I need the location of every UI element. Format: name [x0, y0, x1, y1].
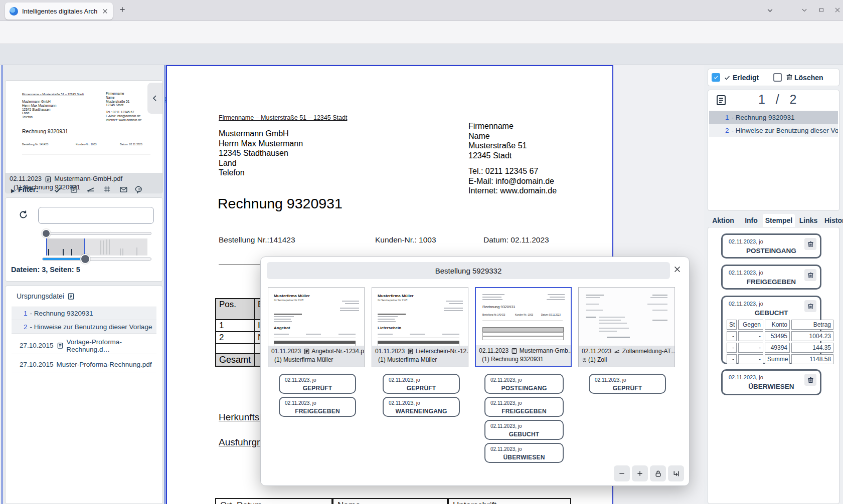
close-tab-icon[interactable]: [102, 8, 108, 15]
doc-sig-name: Name: [332, 498, 448, 504]
doc-export-label: Ausfuhrgru: [219, 437, 265, 448]
stamp-date: 02.11.2023, jo: [595, 377, 626, 383]
alarm-icon: [582, 357, 587, 363]
doc-company-block: FirmennameNameMusterstraße 5112345 Stadt: [468, 121, 527, 160]
document-icon: [67, 293, 75, 300]
page-title: - Hinweise zur Benutzung dieser Vo…: [732, 127, 838, 134]
stamp-label: GEPRÜFT: [280, 385, 355, 392]
filter-document-icon[interactable]: [70, 185, 78, 193]
left-splitter[interactable]: [2, 65, 3, 504]
stamp-date: 02.11.2023, jo: [285, 400, 316, 406]
document-icon: [45, 176, 52, 183]
stamp-label: FREIGEGEBEN: [280, 408, 355, 415]
page-title: - Rechnung 9320931: [732, 114, 795, 121]
tab-list-chevron-icon[interactable]: [766, 7, 774, 14]
doc-order-no: Bestellung Nr.:141423: [219, 235, 295, 244]
mini-sender-line: Firmenname – Musterstraße 51 – 12345 Sta…: [22, 93, 84, 96]
delete-checkbox[interactable]: [773, 73, 782, 82]
page-row-1[interactable]: 1 - Rechnung 9320931: [709, 111, 838, 124]
page-range-track-end[interactable]: [42, 258, 151, 261]
collapse-panel-icon[interactable]: [147, 83, 162, 114]
pager-indicator: 1 / 2: [758, 92, 796, 107]
filter-scanner-icon[interactable]: [86, 185, 95, 194]
tab-historie[interactable]: Historie: [822, 214, 843, 227]
filter-grid-icon[interactable]: [103, 185, 111, 193]
page-row-2[interactable]: 2 - Hinweise zur Benutzung dieser Vo…: [709, 124, 838, 137]
app-toolbar: .pdf 1 2 T 1 / 2: [0, 44, 843, 65]
modal-lock-icon[interactable]: [650, 465, 666, 481]
page-title: - Hinweise zur Benutzung dieser Vorlage: [30, 323, 152, 331]
check-icon: [724, 74, 731, 81]
new-tab-icon[interactable]: [118, 6, 126, 14]
stamp-date: 02.11.2023, jo: [729, 301, 763, 307]
origin-file-row-1[interactable]: 27.10.2015 Vorlage-Proforma-Rechnung.d…: [12, 337, 156, 354]
tab-links[interactable]: Links: [797, 214, 820, 227]
stamp-label: GEPRÜFT: [590, 385, 665, 392]
origin-page-row-2[interactable]: 2 - Hinweise zur Benutzung dieser Vorlag…: [12, 320, 156, 334]
stamp-label: FREIGEGEBEN: [485, 408, 563, 415]
linked-doc-caption: 01.11.2023 Angebot-Nr.-1234.pdf (1) Must…: [268, 346, 364, 367]
filter-chat-icon[interactable]: [135, 185, 144, 194]
stamp-gebucht: 02.11.2023, jo GEBUCHT: [484, 420, 564, 440]
mini-date: Datum: 02.11.2023: [541, 314, 561, 316]
stamp-freigegeben: 02.11.2023, jo FREIGEGEBEN: [279, 397, 356, 417]
filter-refresh-icon[interactable]: [18, 209, 29, 220]
stamp-label: POSTEINGANG: [723, 247, 820, 255]
origin-file-header: Ursprungsdatei: [17, 292, 75, 300]
window-close-icon[interactable]: [834, 7, 841, 14]
booking-table: StGegenKontoBetrag --534951004.23 --4939…: [727, 320, 833, 364]
filter-expand-arrow-icon[interactable]: ▶: [11, 188, 15, 193]
linked-doc-rechnung[interactable]: Rechnung 9320931 Bestellung Nr.:141423 K…: [475, 287, 572, 367]
origin-file-row-2[interactable]: 27.10.2015 Muster-Proforma-Rechnung.pdf: [12, 356, 156, 373]
modal-close-icon[interactable]: [673, 265, 682, 274]
stamp-posteingang: 02.11.2023, jo POSTEINGANG: [484, 374, 564, 394]
stamp-date: 02.11.2023, jo: [729, 374, 763, 380]
range-start-handle[interactable]: [42, 229, 51, 238]
document-thumbnail-preview[interactable]: Firmenname – Musterstraße 51 – 12345 Sta…: [6, 81, 162, 159]
app-window: Intelligentes digitales Arch https://dms…: [0, 0, 843, 504]
mini-title: Rechnung 9320931: [22, 128, 68, 134]
browser-logo-icon: [10, 7, 18, 16]
filter-label: Filter:: [18, 185, 38, 193]
range-end-handle[interactable]: [80, 254, 90, 264]
filter-check-icon[interactable]: [53, 185, 62, 194]
linked-doc-zollanmeldung[interactable]: 02.11.2023 Zollanmeldung-AT… (1) Zoll: [578, 287, 675, 367]
doc-contact-block: Tel.: 0211 12345 67E-Mail: info@domain.d…: [468, 166, 557, 196]
filter-mail-icon[interactable]: [119, 185, 128, 194]
filter-text-input[interactable]: [38, 207, 154, 224]
stamp-date: 02.11.2023, jo: [490, 400, 522, 406]
document-icon: [303, 348, 310, 355]
stamp-date: 02.11.2023, jo: [389, 400, 420, 406]
document-icon: [511, 348, 518, 354]
mini-order-no: Bestellung Nr.:141423: [482, 314, 505, 316]
linked-doc-caption: 01.11.2023 Lieferschein-Nr.-12… (1) Must…: [372, 346, 468, 367]
page-number: 1: [24, 310, 28, 317]
document-thumbnail-card[interactable]: Firmenname – Musterstraße 51 – 12345 Sta…: [5, 80, 163, 193]
modal-title: Bestellung 5929332: [267, 262, 670, 279]
page-title: - Rechnung 9320931: [30, 310, 93, 317]
page-range-track-start[interactable]: [42, 232, 151, 235]
page-histogram: [46, 238, 147, 256]
mini-customer-no: Kunden-Nr.: 1003: [76, 143, 97, 146]
tab-aktion[interactable]: Aktion: [708, 214, 739, 227]
tab-stempel[interactable]: Stempel: [763, 214, 795, 227]
modal-zoom-out-icon[interactable]: [614, 465, 630, 481]
stamp-geprueft: 02.11.2023, jo GEPRÜFT: [279, 374, 356, 394]
modal-zoom-in-icon[interactable]: [632, 465, 648, 481]
done-checkbox[interactable]: [712, 73, 720, 82]
files-pages-stats: Dateien: 3, Seiten: 5: [11, 266, 80, 274]
window-maximize-icon[interactable]: [818, 7, 825, 14]
browser-tab[interactable]: Intelligentes digitales Arch: [5, 3, 113, 20]
window-minimize-icon[interactable]: [801, 7, 808, 14]
linked-doc-lieferschein[interactable]: Musterfirma Müller Ihr Servicepartner fü…: [372, 287, 468, 367]
linked-doc-caption: 02.11.2023 Mustermann-Gmb… (1) Rechnung …: [476, 345, 571, 366]
linked-doc-angebot[interactable]: Musterfirma Müller Ihr Servicepartner fü…: [268, 287, 365, 367]
document-icon: [57, 342, 64, 349]
linked-doc-caption: 02.11.2023 Zollanmeldung-AT… (1) Zoll: [579, 346, 675, 367]
left-panel-splitter[interactable]: [164, 65, 165, 504]
modal-dock-icon[interactable]: [668, 465, 684, 481]
tab-info[interactable]: Info: [741, 214, 762, 227]
document-icon: [407, 348, 414, 355]
origin-page-row-1[interactable]: 1 - Rechnung 9320931: [12, 307, 156, 320]
mini-date: Datum: 02.11.2023: [120, 143, 142, 146]
